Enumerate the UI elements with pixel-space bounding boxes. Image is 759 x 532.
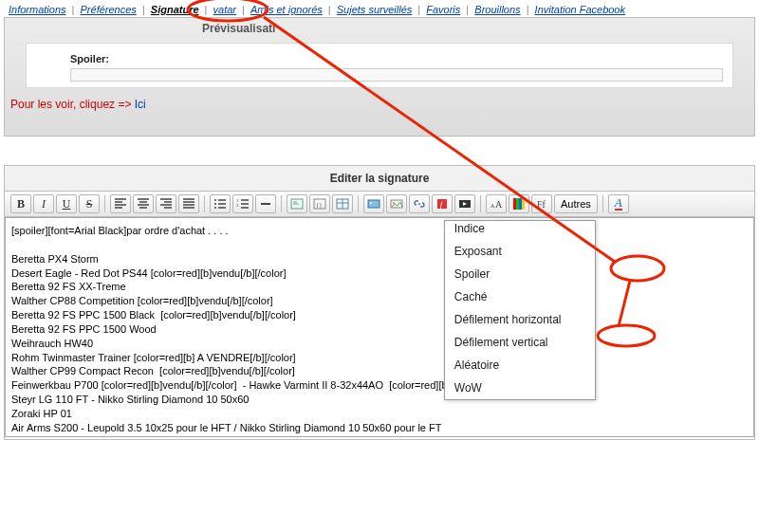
tab-separator: | (415, 4, 423, 15)
preview-body: Spoiler: (26, 43, 733, 88)
svg-text:Ff: Ff (537, 199, 546, 210)
tab-drafts[interactable]: Brouillons (472, 4, 523, 15)
hint-text: Pour les voir, cliquez => Ici (10, 98, 749, 111)
toolbar-divider (281, 195, 282, 212)
editor-title: Editer la signature (5, 166, 754, 191)
others-dropdown: Indice Exposant Spoiler Caché Défilement… (444, 220, 596, 400)
tab-separator: | (139, 4, 148, 15)
list-numbered-button[interactable]: 12 (232, 194, 253, 213)
others-button[interactable]: Autres (554, 194, 598, 213)
hint-red-text: Pour les voir, cliquez => (10, 98, 135, 111)
tab-avatar[interactable]: vatar (211, 4, 239, 15)
host-image-button[interactable] (363, 194, 384, 213)
tab-separator: | (463, 4, 472, 15)
spoiler-label: Spoiler: (70, 53, 723, 64)
dropdown-item-exposant[interactable]: Exposant (445, 240, 595, 263)
font-style-button[interactable]: A (608, 194, 629, 213)
dropdown-item-random[interactable]: Aléatoire (445, 354, 595, 376)
align-justify-button[interactable] (178, 194, 199, 213)
align-left-button[interactable] (110, 194, 131, 213)
image-button[interactable] (386, 194, 407, 213)
svg-point-1 (214, 203, 216, 205)
font-size-button[interactable]: AA (486, 194, 507, 213)
editor-toolbar: B I U S 12 {} (5, 191, 754, 217)
flash-button[interactable]: f (432, 194, 453, 213)
tab-favorites[interactable]: Favoris (423, 4, 463, 15)
tab-informations[interactable]: Informations (6, 4, 69, 15)
table-button[interactable] (332, 194, 353, 213)
svg-point-2 (214, 207, 216, 209)
align-center-button[interactable] (133, 194, 154, 213)
font-color-button[interactable] (509, 194, 529, 213)
spoiler-collapsed-box[interactable] (70, 68, 723, 82)
italic-button[interactable]: I (33, 194, 54, 213)
signature-editor: Editer la signature B I U S 12 (4, 165, 755, 440)
strike-button[interactable]: S (79, 194, 100, 213)
toolbar-divider (204, 195, 205, 212)
underline-button[interactable]: U (56, 194, 77, 213)
dropdown-item-cache[interactable]: Caché (445, 285, 595, 308)
dropdown-item-indice[interactable]: Indice (445, 217, 595, 240)
dropdown-item-wow[interactable]: WoW (445, 376, 595, 399)
font-family-button[interactable]: Ff (531, 194, 552, 213)
svg-point-10 (370, 202, 372, 204)
tab-facebook[interactable]: Invitation Facebook (532, 4, 628, 15)
tab-preferences[interactable]: Préférences (78, 4, 139, 15)
preview-title: Prévisualisati (194, 18, 754, 39)
tab-separator: | (69, 4, 78, 15)
svg-point-0 (214, 199, 216, 201)
signature-textarea[interactable] (5, 217, 754, 437)
tab-friends[interactable]: Amis et ignorés (248, 4, 325, 15)
toolbar-divider (480, 195, 481, 212)
tab-separator: | (202, 4, 211, 15)
dropdown-item-scroll-h[interactable]: Défilement horizontal (445, 308, 595, 331)
toolbar-divider (358, 195, 359, 212)
dropdown-item-scroll-v[interactable]: Défilement vertical (445, 331, 595, 354)
preview-panel: Prévisualisati Spoiler: Pour les voir, c… (4, 17, 755, 137)
dropdown-item-spoiler[interactable]: Spoiler (445, 263, 595, 285)
tab-separator: | (524, 4, 532, 15)
toolbar-divider (104, 195, 105, 212)
editor-body (5, 217, 754, 439)
toolbar-divider (602, 195, 603, 212)
tab-watched[interactable]: Sujets surveillés (334, 4, 415, 15)
profile-tabs: Informations | Préférences | Signature |… (0, 0, 759, 17)
svg-text:{}: {} (316, 201, 323, 209)
align-right-button[interactable] (156, 194, 176, 213)
bold-button[interactable]: B (10, 194, 31, 213)
hint-link[interactable]: Ici (135, 98, 146, 111)
tab-separator: | (239, 4, 248, 15)
list-bullet-button[interactable] (210, 194, 231, 213)
svg-text:A: A (495, 199, 503, 210)
tab-signature[interactable]: Signature (148, 4, 202, 15)
tab-separator: | (325, 4, 334, 15)
hr-button[interactable] (255, 194, 276, 213)
link-button[interactable] (409, 194, 430, 213)
svg-rect-9 (368, 200, 380, 208)
svg-text:2: 2 (236, 203, 239, 208)
code-button[interactable]: {} (309, 194, 330, 213)
quote-button[interactable] (287, 194, 307, 213)
video-button[interactable] (454, 194, 475, 213)
